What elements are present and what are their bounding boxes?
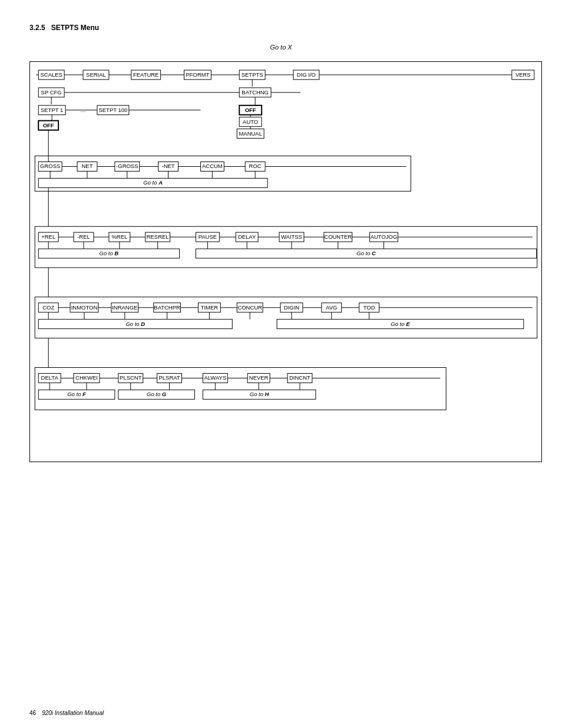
section-number: 3.2.5 — [29, 24, 45, 32]
node-setpt1: SETPT 1 — [41, 107, 63, 113]
node-inrange: INRANGE — [112, 304, 137, 311]
node-roc: ROC — [249, 163, 262, 169]
node-mnet: -NET — [162, 163, 175, 169]
node-waitss: WAITSS — [281, 233, 302, 240]
goto-h-label: Go to H — [250, 391, 269, 397]
goto-d-label: Go to D — [125, 321, 145, 327]
node-gross: GROSS — [40, 163, 60, 169]
node-accum: ACCUM — [202, 163, 223, 169]
node-vers: VERS — [515, 71, 531, 78]
node-tod: TOD — [363, 304, 375, 311]
goto-e-label: Go to E — [391, 321, 410, 327]
node-digio: DIG I/O — [297, 71, 316, 78]
node-pctrel: %REL — [111, 233, 127, 240]
page: 3.2.5 SETPTS Menu Go to X SCALES SERIAL … — [0, 0, 562, 486]
node-dincnt: DINCNT — [289, 374, 310, 381]
node-always: ALWAYS — [204, 374, 226, 381]
page-number: 46 — [29, 710, 36, 716]
node-pformt: PFORMT — [186, 71, 209, 78]
node-feature: FEATURE — [133, 71, 159, 78]
node-autojog: AUTOJOG — [371, 233, 398, 240]
node-setpt100: SETPT 100 — [98, 107, 127, 113]
node-counter: COUNTER — [324, 233, 352, 240]
node-auto: AUTO — [243, 118, 258, 125]
node-pause: PAUSE — [199, 233, 217, 240]
manual-title: 920i Installation Manual — [42, 710, 104, 716]
goto-g-label: Go to G — [147, 391, 167, 397]
node-digin: DIGIN — [284, 304, 299, 311]
goto-f-label: Go to F — [67, 391, 86, 397]
node-chkwei: CHKWEI — [75, 374, 98, 381]
node-prel: +REL — [41, 233, 55, 240]
node-manual: MANUAL — [239, 130, 262, 137]
node-mrel: -REL — [77, 233, 90, 240]
node-delay: DELAY — [238, 233, 256, 240]
node-never: NEVER — [249, 374, 269, 381]
node-spcfg: SP CFG — [41, 89, 62, 95]
node-concur: CONCUR — [237, 304, 262, 311]
node-batchpr: BATCHPR — [154, 304, 180, 311]
node-resrel: RESREL — [147, 233, 169, 240]
node-off: OFF — [43, 122, 54, 129]
node-inmoton: INMOTON — [71, 304, 98, 311]
footer: 46 920i Installation Manual — [29, 710, 104, 716]
node-plsrat: PLSRAT — [159, 374, 180, 381]
node-timer: TIMER — [201, 304, 219, 311]
goto-b-label: Go to B — [100, 250, 119, 256]
node-batchng: BATCHNG — [242, 89, 269, 95]
node-coz: COZ — [42, 304, 54, 311]
node-plscnt: PLSCNT — [120, 374, 142, 381]
section-heading: 3.2.5 SETPTS Menu — [29, 24, 533, 32]
node-ellipsis: … — [80, 107, 85, 113]
node-off-batch: OFF — [245, 107, 256, 113]
node-mgross: -GROSS — [116, 163, 138, 169]
setpts-diagram: SCALES SERIAL FEATURE PFORMT SETPTS DIG … — [29, 61, 542, 462]
node-delta: DELTA — [41, 374, 59, 381]
node-net: NET — [82, 163, 93, 169]
node-serial: SERIAL — [86, 71, 106, 78]
goto-x-label: Go to X — [29, 44, 533, 51]
node-avg: AVG — [326, 304, 337, 311]
node-scales: SCALES — [40, 71, 62, 78]
section-title: SETPTS Menu — [51, 24, 99, 32]
node-setpts: SETPTS — [242, 71, 263, 78]
goto-c-label: Go to C — [356, 250, 376, 256]
goto-a-label: Go to A — [143, 179, 163, 186]
